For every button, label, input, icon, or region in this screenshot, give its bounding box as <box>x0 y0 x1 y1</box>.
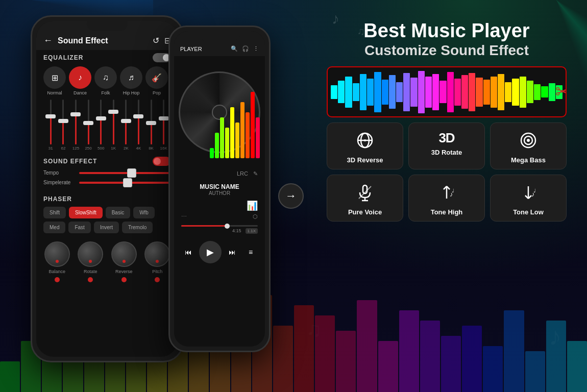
preset-pop[interactable]: 🎸 Pop <box>145 66 168 95</box>
eq-bar-1k[interactable]: 1K <box>108 100 119 151</box>
next-button[interactable]: ⏭ <box>225 244 240 260</box>
eq-bar-16k[interactable]: 16K <box>158 100 169 151</box>
phaser-fast[interactable]: Fast <box>68 222 90 233</box>
phaser-tremolo[interactable]: Tremolo <box>122 222 153 233</box>
eq-track-500hz <box>100 100 102 144</box>
eq-bar-250hz[interactable]: 250 <box>83 100 94 151</box>
back-button[interactable]: ← <box>43 35 53 46</box>
headline-sub: Customize Sound Effect <box>327 42 567 59</box>
tempo-slider[interactable] <box>79 172 171 174</box>
music-note-3: ♪ <box>549 322 561 351</box>
3d-rotate-label: 3D Rotate <box>431 149 462 156</box>
refresh-icon[interactable]: ↺ <box>153 36 159 45</box>
simpelerate-slider-row: Simpelerate <box>43 180 171 185</box>
eq-freq-1k: 1K <box>111 146 116 151</box>
search-icon[interactable]: 🔍 <box>231 45 238 52</box>
waveform-bars <box>328 67 566 116</box>
eq-track-250hz <box>88 100 89 144</box>
progress-bar[interactable] <box>181 225 258 227</box>
effect-tone-low[interactable]: ♪ ♩ Tone Low <box>490 175 567 222</box>
edit-icon[interactable]: ✎ <box>253 170 258 177</box>
eq-bar-2k[interactable]: 2K <box>121 100 132 151</box>
preset-dance-icon: ♪ <box>69 66 91 89</box>
more-options-icon[interactable]: ⋯ <box>181 213 187 220</box>
eq-bar-31hz[interactable]: 31 <box>45 100 56 151</box>
simpelerate-handle[interactable] <box>123 178 132 187</box>
eq-bar-500hz[interactable]: 500 <box>95 100 106 151</box>
preset-dance[interactable]: ♪ Dance <box>69 66 91 95</box>
song-name: MUSIC NAME <box>181 183 258 190</box>
vinyl-container <box>174 56 265 168</box>
balance-knob-dot <box>56 260 59 263</box>
arrow-right: → <box>278 183 304 209</box>
phaser-med[interactable]: Med <box>43 222 65 233</box>
menu-icon[interactable]: ⋮ <box>253 45 259 52</box>
phaser-header: PHASER <box>43 195 171 203</box>
phaser-basic[interactable]: Basic <box>106 207 130 218</box>
preset-hiphop-label: Hip Hop <box>123 90 140 95</box>
reverse-knob[interactable] <box>111 241 137 267</box>
knobs-row: Balance Rotate Reverse <box>36 236 178 285</box>
preset-normal[interactable]: ⊞ Normal <box>43 66 66 95</box>
headphone-icon[interactable]: 🎧 <box>242 45 249 52</box>
music-note-2: ♫ <box>357 26 365 37</box>
prev-button[interactable]: ⏮ <box>181 244 196 260</box>
effect-pure-voice[interactable]: Pure Voice <box>327 175 403 222</box>
rotate-knob-container: Rotate <box>78 241 103 282</box>
eq-bar-4k[interactable]: 4K <box>133 100 144 151</box>
song-author: AUTHOR <box>181 190 258 196</box>
eq-bar-62hz[interactable]: 62 <box>58 100 69 151</box>
phaser-wfb[interactable]: Wfb <box>133 207 155 218</box>
phaser-slowshift[interactable]: SlowShift <box>69 207 103 218</box>
pitch-knob-dot <box>156 260 159 263</box>
rotate-knob[interactable] <box>78 241 103 267</box>
effect-grid: 3D Reverse 3D 3D Rotate Mega Bass <box>327 122 567 222</box>
eq-freq-250hz: 250 <box>85 146 91 151</box>
pitch-knob[interactable] <box>144 241 170 267</box>
eq-bars: 31 62 125 <box>43 100 171 151</box>
effect-mega-bass[interactable]: Mega Bass <box>490 122 567 169</box>
pure-voice-icon <box>356 183 374 204</box>
eq-freq-8k: 8K <box>149 146 154 151</box>
tempo-handle[interactable] <box>127 168 136 178</box>
sound-effect-toggle-knob <box>154 158 161 165</box>
phaser-invert[interactable]: Invert <box>94 222 119 233</box>
export-icon[interactable]: ⬡ <box>253 213 258 220</box>
song-info: MUSIC NAME AUTHOR <box>174 179 265 200</box>
effect-3d-rotate[interactable]: 3D 3D Rotate <box>408 122 485 169</box>
equalizer-title: EQUALIZER <box>43 54 83 61</box>
headline: Best Music Player Customize Sound Effect <box>316 15 577 61</box>
tone-low-label: Tone Low <box>513 208 544 216</box>
progress-handle[interactable] <box>225 224 230 229</box>
balance-knob-container: Balance <box>44 241 70 282</box>
preset-hiphop[interactable]: ♬ Hip Hop <box>120 66 142 95</box>
phaser-shift[interactable]: Shift <box>43 207 66 218</box>
speed-indicator[interactable]: 1.1X <box>246 228 258 234</box>
simpelerate-slider[interactable] <box>79 182 171 184</box>
equalizer-header: EQUALIZER <box>43 53 171 62</box>
phone-right-screen: PLAYER 🔍 🎧 ⋮ <box>174 31 265 347</box>
eq-track-62hz <box>62 100 64 144</box>
lrc-icon[interactable]: LRC <box>237 170 248 177</box>
eq-bar-8k[interactable]: 8K <box>146 100 157 151</box>
eq-freq-500hz: 500 <box>97 146 104 151</box>
progress-area: 4:15 1.1X <box>174 222 265 237</box>
play-button[interactable]: ▶ <box>199 241 222 263</box>
svg-text:♩: ♩ <box>533 188 536 193</box>
current-time: 4:15 <box>232 228 241 234</box>
pitch-knob-container: Pitch <box>144 241 170 282</box>
preset-folk[interactable]: ♫ Folk <box>94 66 117 95</box>
player-title: PLAYER <box>180 46 202 52</box>
eq-track-8k <box>151 100 152 144</box>
eq-button[interactable]: 📊 <box>247 201 258 211</box>
eq-bar-125hz[interactable]: 125 <box>70 100 81 151</box>
playlist-button[interactable]: ≡ <box>243 244 258 260</box>
eq-track-125hz <box>75 100 77 144</box>
effect-3d-reverse[interactable]: 3D Reverse <box>327 122 403 169</box>
more-options-row: ⋯ ⬡ <box>174 211 265 222</box>
rotate-label: Rotate <box>84 269 97 274</box>
phaser-title: PHASER <box>43 195 72 203</box>
right-panel: Best Music Player Customize Sound Effect <box>316 15 577 378</box>
balance-knob[interactable] <box>44 241 70 267</box>
effect-tone-high[interactable]: ♪ ♩ Tone High <box>408 175 485 222</box>
